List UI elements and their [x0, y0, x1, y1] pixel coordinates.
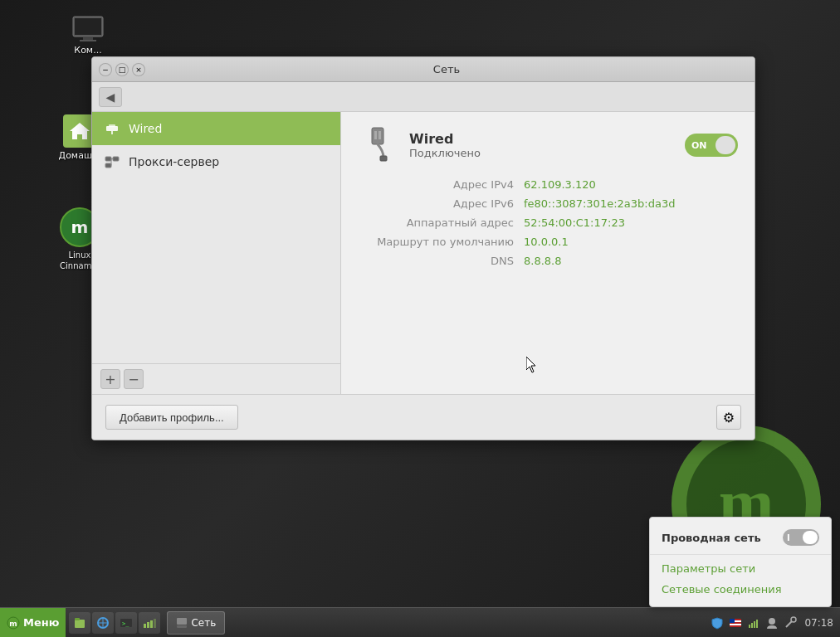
svg-rect-44: [756, 620, 758, 628]
detail-pane: Wired Подключено ON Адрес IPv4 62.109.3.…: [341, 112, 755, 394]
maximize-button[interactable]: □: [115, 63, 129, 76]
info-table: Адрес IPv4 62.109.3.120 Адрес IPv6 fe80:…: [358, 178, 738, 267]
taskbar-terminal-btn[interactable]: >_: [115, 612, 137, 634]
network-popup-header: Проводная сеть I: [650, 524, 831, 551]
svg-rect-34: [154, 619, 156, 628]
settings-button[interactable]: ⚙: [716, 405, 741, 430]
on-toggle-label: ON: [691, 140, 707, 151]
user-tray-icon[interactable]: [764, 615, 779, 630]
svg-rect-14: [105, 163, 111, 168]
toggle-on-label: I: [787, 533, 790, 542]
network-toggle[interactable]: I: [783, 529, 819, 546]
detail-status: Подключено: [409, 147, 673, 159]
back-button[interactable]: ◀: [99, 87, 122, 107]
info-value-0: 62.109.3.120: [524, 178, 596, 191]
info-value-2: 52:54:00:C1:17:23: [524, 216, 625, 229]
toolbar: ◀: [92, 82, 755, 112]
svg-rect-31: [144, 624, 146, 628]
svg-rect-40: [730, 619, 735, 623]
info-row: DNS 8.8.8.8: [358, 255, 738, 267]
window-controls: − □ ×: [99, 63, 145, 76]
svg-rect-32: [147, 622, 149, 628]
minimize-button[interactable]: −: [99, 63, 112, 76]
svg-rect-25: [75, 618, 80, 620]
toggle-knob: [803, 531, 818, 544]
network-tray-icon[interactable]: [746, 615, 761, 630]
svg-rect-36: [177, 625, 187, 628]
sidebar-proxy-label: Прокси-сервер: [129, 155, 219, 168]
sidebar: Wired Прокси-сервер: [92, 112, 341, 394]
window-title: Сеть: [145, 63, 748, 75]
network-dialog: − □ × Сеть ◀: [91, 56, 755, 440]
remove-button[interactable]: −: [124, 369, 144, 389]
svg-text:>_: >_: [122, 620, 129, 627]
svg-rect-39: [730, 624, 741, 625]
info-row: Адрес IPv4 62.109.3.120: [358, 178, 738, 191]
svg-rect-21: [380, 156, 387, 161]
taskbar-network-applet-btn[interactable]: [139, 612, 160, 634]
toggle-circle: [715, 136, 735, 154]
svg-rect-41: [749, 625, 750, 628]
browser-icon: [96, 616, 110, 630]
svg-rect-35: [177, 618, 187, 625]
taskbar-menu-button[interactable]: m Меню: [0, 608, 66, 637]
info-value-3: 10.0.0.1: [524, 236, 569, 248]
network-popup: Проводная сеть I Параметры сети Сетевые …: [649, 517, 832, 607]
desktop: Ком... Домаш... m LinuxCinnam... m: [0, 0, 840, 637]
computer-icon: [71, 15, 105, 45]
svg-rect-3: [80, 40, 96, 41]
content-area: Wired Прокси-сервер: [92, 112, 755, 394]
terminal-icon: >_: [120, 616, 133, 630]
on-toggle[interactable]: ON: [685, 134, 738, 157]
network-popup-title: Проводная сеть: [662, 532, 761, 544]
svg-text:m: m: [9, 620, 17, 628]
computer-icon-label: Ком...: [74, 45, 101, 56]
taskbar-window-label: Сеть: [191, 617, 216, 629]
taskbar-browser-btn[interactable]: [92, 612, 114, 634]
wrench-tray-icon[interactable]: [783, 615, 798, 630]
files-icon: [73, 616, 86, 630]
taskbar-network-window[interactable]: Сеть: [167, 611, 225, 635]
menu-label: Меню: [23, 616, 59, 629]
svg-rect-18: [372, 128, 383, 144]
flag-tray-icon[interactable]: [728, 615, 743, 630]
close-button[interactable]: ×: [132, 63, 145, 76]
svg-rect-42: [751, 623, 753, 628]
svg-rect-1: [75, 18, 101, 35]
svg-rect-2: [83, 36, 93, 40]
taskbar-quicklaunch: >_: [66, 612, 164, 634]
shield-tray-icon[interactable]: [710, 615, 725, 630]
taskbar: m Меню >_: [0, 607, 840, 637]
svg-rect-20: [378, 131, 381, 139]
sidebar-item-wired[interactable]: Wired: [92, 112, 340, 145]
network-applet-icon: [143, 616, 156, 630]
svg-line-46: [786, 621, 792, 627]
title-bar: − □ × Сеть: [92, 57, 755, 82]
svg-rect-33: [150, 620, 153, 628]
svg-marker-4: [70, 123, 90, 139]
svg-rect-43: [754, 621, 755, 628]
add-button[interactable]: +: [100, 369, 120, 389]
detail-header: Wired Подключено ON: [358, 125, 738, 165]
taskbar-files-btn[interactable]: [69, 612, 90, 634]
detail-title-block: Wired Подключено: [409, 131, 673, 159]
svg-point-47: [791, 617, 796, 622]
sidebar-item-proxy[interactable]: Прокси-сервер: [92, 145, 340, 178]
action-bar: Добавить профиль... ⚙: [92, 394, 755, 440]
settings-icon: ⚙: [723, 410, 735, 425]
desktop-icon-computer[interactable]: Ком...: [63, 15, 113, 56]
network-connections-link[interactable]: Сетевые соединения: [650, 579, 831, 600]
clock: 07:18: [804, 617, 833, 629]
info-row: Аппаратный адрес 52:54:00:C1:17:23: [358, 216, 738, 229]
network-settings-link[interactable]: Параметры сети: [650, 558, 831, 579]
svg-point-45: [769, 618, 775, 625]
detail-title: Wired: [409, 131, 673, 147]
add-profile-button[interactable]: Добавить профиль...: [105, 405, 238, 430]
info-label-3: Маршрут по умолчанию: [358, 236, 524, 248]
info-row: Адрес IPv6 fe80::3087:301e:2a3b:da3d: [358, 197, 738, 210]
network-window-icon: [176, 617, 188, 629]
info-value-4: 8.8.8.8: [524, 255, 561, 267]
svg-rect-19: [374, 131, 377, 139]
info-label-2: Аппаратный адрес: [358, 216, 524, 229]
menu-icon: m: [7, 616, 20, 630]
